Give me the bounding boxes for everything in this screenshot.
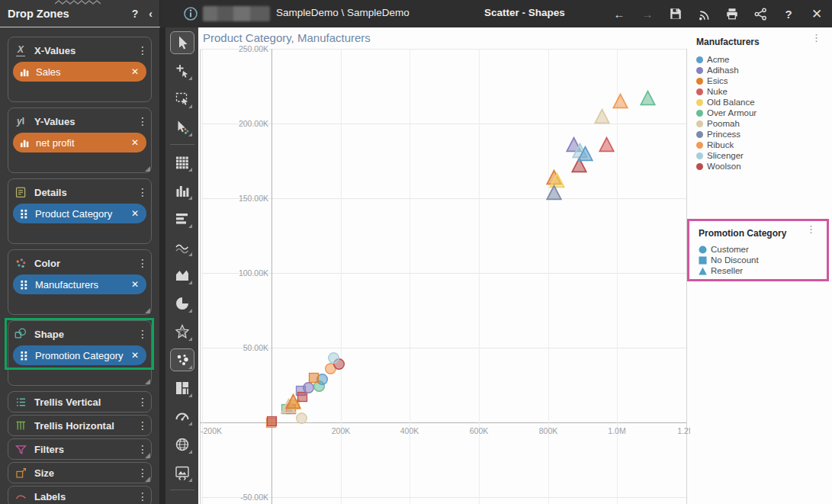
legend-item-reseller[interactable]: Reseller [699, 265, 827, 276]
data-point-nuke-reseller[interactable] [599, 136, 615, 156]
drop-zone-filters[interactable]: Filters ⋮ [8, 438, 152, 460]
resize-grip[interactable] [145, 477, 150, 482]
data-point-slicenger-customer[interactable] [327, 352, 340, 368]
legend-item-slicenger[interactable]: Slicenger [696, 150, 832, 161]
back-icon[interactable]: ← [612, 6, 627, 21]
map-tool-icon[interactable] [170, 433, 194, 456]
legend-item-acme[interactable]: Acme [696, 54, 832, 65]
shape-icon [13, 327, 28, 341]
legend-item-ribuck[interactable]: Ribuck [696, 140, 832, 150]
legend-item-over-armour[interactable]: Over Armour [696, 108, 832, 118]
help-icon[interactable]: ? [781, 6, 796, 21]
line-chart-tool-icon[interactable] [170, 236, 194, 258]
pill-net-profit[interactable]: net profit ✕ [13, 133, 146, 152]
drop-zone-label: Trellis Vertical [34, 396, 137, 408]
legend-item-poomah[interactable]: Poomah [696, 118, 832, 129]
data-point-poomah-customer[interactable] [295, 412, 308, 428]
data-point-over-armour-reseller[interactable] [640, 90, 656, 109]
pill-manufacturers[interactable]: Manufacturers ✕ [13, 274, 146, 294]
legend-item-adihash[interactable]: Adihash [696, 65, 832, 75]
data-point-ribuck-reseller[interactable] [612, 93, 628, 112]
manufacturers-legend-title: Manufacturers [696, 37, 760, 47]
panel-help-icon[interactable]: ? [132, 8, 139, 20]
marquee-select-tool-icon[interactable] [170, 88, 194, 111]
pill-sales[interactable]: Sales ✕ [13, 62, 146, 82]
drop-zone-menu-icon[interactable]: ⋮ [137, 469, 146, 477]
pill-product-category[interactable]: Product Category ✕ [13, 204, 146, 223]
pill-remove-icon[interactable]: ✕ [131, 350, 139, 361]
circle-shape-icon [699, 246, 707, 254]
grid-visual-tool-icon[interactable] [170, 151, 194, 174]
scatter-chart-tool-icon[interactable] [170, 348, 194, 371]
panel-collapse-icon[interactable]: ‹ [149, 8, 153, 20]
treemap-tool-icon[interactable] [170, 377, 194, 400]
drop-zone-shape[interactable]: Shape ⋮ Promotion Category ✕ [8, 320, 152, 386]
y-axis-label: 50.00K [223, 343, 268, 352]
legend-item-woolson[interactable]: Woolson [696, 161, 832, 172]
drop-zone-menu-icon[interactable]: ⋮ [137, 422, 146, 429]
gridline-x-600k [479, 49, 480, 504]
resize-grip[interactable] [145, 379, 150, 384]
drop-zone-trellis-horizontal[interactable]: Trellis Horizontal ⋮ [8, 415, 152, 436]
promotion-legend-menu-icon[interactable]: ⋮ [806, 226, 816, 233]
drop-zone-details[interactable]: Details ⋮ Product Category ✕ [8, 178, 152, 244]
drop-zone-menu-icon[interactable]: ⋮ [137, 398, 146, 406]
add-point-tool-icon[interactable] [170, 59, 194, 82]
data-point-esics-no-discount[interactable] [308, 372, 320, 387]
drop-zone-menu-icon[interactable]: ⋮ [137, 445, 146, 453]
pill-promotion-category[interactable]: Promotion Category ✕ [13, 345, 146, 365]
info-icon[interactable] [183, 6, 198, 21]
legend-item-esics[interactable]: Esics [696, 75, 832, 86]
pill-remove-icon[interactable]: ✕ [131, 66, 139, 77]
column-chart-tool-icon[interactable] [170, 179, 194, 202]
measure-icon [20, 66, 30, 78]
share-icon[interactable] [753, 6, 768, 21]
legend-item-nuke[interactable]: Nuke [696, 86, 832, 97]
drop-zone-menu-icon[interactable]: ⋮ [137, 330, 146, 338]
pie-chart-tool-icon[interactable] [170, 292, 194, 315]
resize-grip[interactable] [145, 166, 150, 172]
drop-zone-trellis-vertical[interactable]: Trellis Vertical ⋮ [8, 391, 152, 413]
area-chart-tool-icon[interactable] [170, 264, 194, 287]
print-icon[interactable] [724, 6, 740, 21]
drop-zone-menu-icon[interactable]: ⋮ [137, 47, 146, 54]
publish-icon[interactable] [696, 6, 712, 21]
forward-icon[interactable]: → [640, 6, 655, 21]
data-point-princess-reseller[interactable] [546, 185, 562, 204]
gauge-tool-icon[interactable] [170, 405, 194, 428]
data-point-poomah-reseller[interactable] [594, 108, 610, 127]
radar-chart-tool-icon[interactable] [170, 320, 194, 343]
drop-zone-color[interactable]: Color ⋮ Manufacturers ✕ [8, 249, 152, 315]
gridline-x--200k [202, 49, 203, 504]
resize-grip[interactable] [145, 453, 150, 458]
legend-item-old-balance[interactable]: Old Balance [696, 97, 832, 108]
pill-remove-icon[interactable]: ✕ [131, 208, 139, 219]
close-icon[interactable]: ✕ [809, 6, 824, 21]
data-point-woolson-no-discount[interactable] [266, 416, 278, 430]
resize-grip[interactable] [145, 308, 150, 313]
pill-remove-icon[interactable]: ✕ [131, 279, 139, 290]
trellis-horizontal-icon [13, 419, 28, 432]
drop-zone-x-values[interactable]: X X-Values ⋮ Sales ✕ [8, 37, 152, 102]
panel-divider [160, 27, 165, 504]
save-icon[interactable] [668, 6, 683, 21]
drop-zone-menu-icon[interactable]: ⋮ [137, 117, 146, 125]
legend-item-no-discount[interactable]: No Discount [699, 255, 827, 265]
data-point-acme-reseller[interactable] [577, 146, 593, 165]
pointer-tool-icon[interactable] [170, 31, 194, 54]
pill-remove-icon[interactable]: ✕ [131, 137, 139, 148]
drop-zone-y-values[interactable]: yI Y-Values ⋮ net profit ✕ [8, 108, 152, 173]
legend-item-princess[interactable]: Princess [696, 129, 832, 140]
drop-zone-size[interactable]: Size ⋮ [8, 462, 152, 483]
legend-item-customer[interactable]: Customer [699, 244, 827, 255]
drop-zone-menu-icon[interactable]: ⋮ [137, 493, 146, 500]
drop-zone-labels[interactable]: Labels ⋮ [8, 486, 152, 504]
gridline-y-250k [200, 49, 686, 50]
interaction-tool-icon[interactable] [170, 116, 194, 139]
manufacturers-legend-menu-icon[interactable]: ⋮ [811, 34, 821, 41]
custom-visual-tool-icon[interactable] [170, 461, 194, 484]
drop-zone-menu-icon[interactable]: ⋮ [137, 188, 146, 196]
bar-chart-tool-icon[interactable] [170, 207, 194, 230]
x-axis-label: 1.0M [608, 426, 625, 435]
drop-zone-menu-icon[interactable]: ⋮ [137, 259, 146, 267]
